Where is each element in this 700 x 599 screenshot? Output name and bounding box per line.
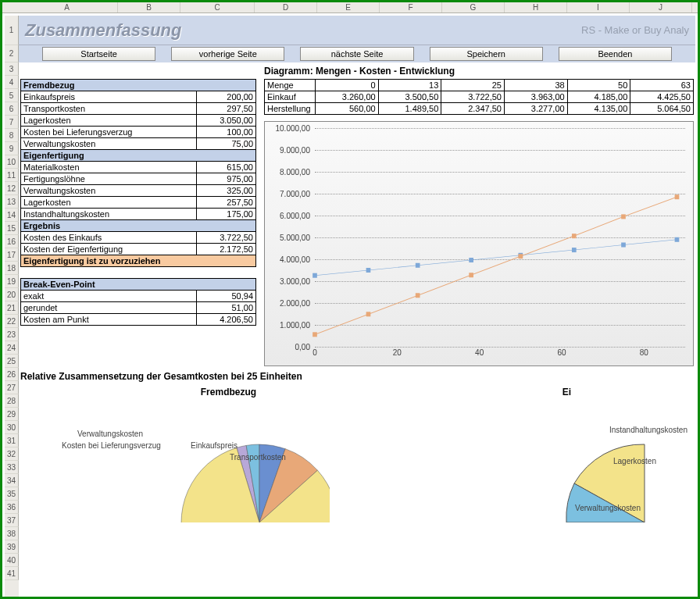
pie-left-chart	[127, 421, 330, 522]
diagram-title: Diagramm: Mengen - Kosten - Entwicklung	[264, 66, 694, 79]
line-chart: 0,001.000,002.000,003.000,004.000,005.00…	[264, 121, 694, 366]
col-E: E	[317, 2, 380, 12]
pie-left-title: Fremdbezug	[19, 387, 438, 398]
fremdbezug-header: Fremdbezug	[21, 80, 256, 91]
data-table: Menge 0 13 25 38 50 63 Einkauf 3.260,00 …	[264, 79, 694, 115]
col-A: A	[16, 2, 118, 12]
quit-button[interactable]: Beenden	[559, 47, 672, 61]
col-H: H	[505, 2, 567, 12]
title-bar: Zusammenfassung RS - Make or Buy Analy	[19, 16, 695, 45]
result-highlight: Eigenfertigung ist zu vorzuziehen	[21, 255, 256, 267]
eigen-header: Eigenfertigung	[21, 150, 256, 162]
page-title: Zusammenfassung	[25, 20, 182, 41]
save-button[interactable]: Speichern	[430, 47, 543, 61]
column-header-row: A B C D E F G H I J	[2, 2, 698, 13]
prev-page-button[interactable]: vorherige Seite	[171, 47, 284, 61]
col-D: D	[255, 2, 317, 12]
pie-right-title: Ei	[438, 387, 695, 398]
col-B: B	[118, 2, 180, 12]
row-number-gutter: 12 345678910 11121314151617181920 212223…	[5, 16, 19, 599]
col-C: C	[180, 2, 255, 12]
start-button[interactable]: Startseite	[42, 47, 155, 61]
col-G: G	[442, 2, 505, 12]
bep-header: Break-Even-Point	[21, 279, 256, 291]
col-J: J	[630, 2, 692, 12]
pie-row: Fremdbezug Einkaufspreis Transportkosten…	[19, 387, 695, 524]
ergebnis-header: Ergebnis	[21, 220, 256, 232]
col-I: I	[567, 2, 630, 12]
next-page-button[interactable]: nächste Seite	[300, 47, 413, 61]
toolbar: Startseite vorherige Seite nächste Seite…	[19, 45, 695, 62]
col-F: F	[380, 2, 442, 12]
summary-table: Fremdbezug Einkaufspreis200,00 Transport…	[20, 79, 256, 326]
app-subtitle: RS - Make or Buy Analy	[581, 24, 689, 36]
relative-composition-header: Relative Zusammensetzung der Gesamtkoste…	[19, 366, 695, 383]
